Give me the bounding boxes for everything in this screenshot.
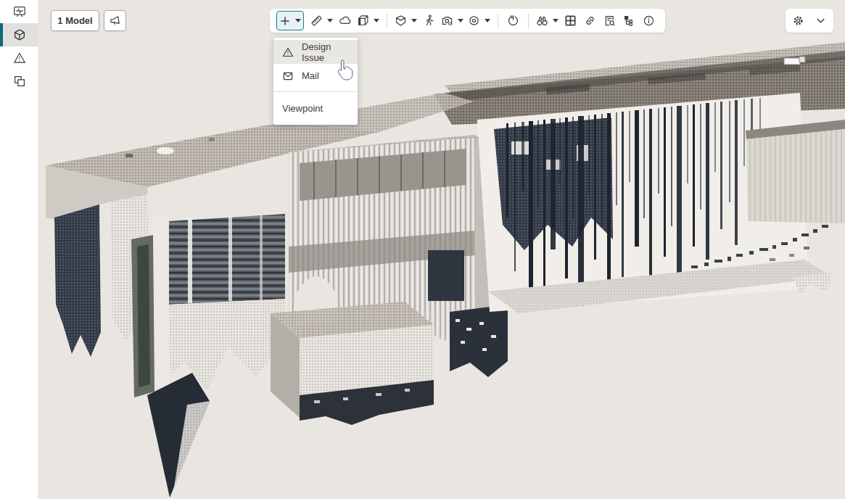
hierarchy-icon: [623, 15, 635, 27]
toolbar-divider: [498, 14, 498, 28]
markup-cloud-button[interactable]: [335, 11, 355, 30]
reset-view-button[interactable]: [503, 11, 523, 30]
model-count-label: 1 Model: [57, 15, 92, 26]
menu-item-design-issue[interactable]: Design Issue: [273, 40, 358, 64]
settings-button[interactable]: [788, 11, 808, 30]
mail-icon: [282, 70, 294, 82]
add-button[interactable]: [276, 11, 304, 30]
caret-down-icon: [411, 19, 417, 22]
ruler-icon: [310, 15, 323, 27]
caret-down-icon: [374, 19, 379, 22]
caret-down-icon: [553, 19, 558, 22]
reset-view-icon: [507, 15, 519, 27]
viewport-3d-canvas[interactable]: [38, 0, 845, 499]
sidebar-item-compare[interactable]: [0, 70, 38, 93]
caret-down-icon: [485, 19, 490, 22]
walking-person-icon: [423, 15, 435, 27]
camera-gear-icon: [441, 15, 453, 27]
model-viewer-app: 1 Model: [0, 0, 845, 504]
menu-item-label: Design Issue: [302, 41, 350, 63]
menu-item-label: Viewpoint: [282, 103, 323, 114]
walk-button[interactable]: [419, 11, 439, 30]
collapse-toolbar-button[interactable]: [811, 11, 830, 30]
warning-triangle-icon: [13, 51, 26, 65]
hierarchy-button[interactable]: [619, 11, 639, 30]
info-button[interactable]: [639, 11, 659, 30]
gear-icon: [792, 15, 804, 27]
report-button[interactable]: [600, 11, 619, 30]
camera-settings-button[interactable]: [439, 11, 466, 30]
link-button[interactable]: [580, 11, 600, 30]
find-button[interactable]: [534, 11, 561, 30]
grid-view-button[interactable]: [561, 11, 580, 30]
info-icon: [643, 15, 655, 27]
plus-icon: [279, 15, 291, 27]
menu-item-mail[interactable]: Mail: [273, 64, 358, 88]
sidebar-item-models[interactable]: [0, 23, 38, 46]
toolbar-divider: [528, 14, 529, 28]
section-box-icon: [357, 15, 369, 27]
section-button[interactable]: [355, 11, 382, 30]
point-cloud-building: [38, 0, 845, 499]
cloud-icon: [339, 15, 351, 27]
toolbar-divider: [387, 14, 387, 28]
document-search-icon: [603, 15, 616, 27]
measure-button[interactable]: [308, 11, 335, 30]
sidebar-item-viewer[interactable]: [0, 0, 38, 23]
overlap-squares-icon: [13, 75, 26, 88]
left-sidebar: [0, 0, 38, 499]
caret-down-icon: [458, 19, 463, 22]
model-count-button[interactable]: 1 Model: [51, 10, 99, 31]
caret-down-icon: [327, 19, 333, 22]
warning-triangle-icon: [282, 46, 294, 58]
eye-icon: [468, 15, 480, 27]
screen-activity-icon: [13, 5, 26, 18]
model-display-button[interactable]: [392, 11, 419, 30]
menu-divider: [273, 91, 358, 92]
megaphone-icon: [108, 14, 122, 28]
box-outline-icon: [395, 15, 407, 27]
link-icon: [584, 15, 596, 27]
binoculars-icon: [536, 15, 548, 27]
cube-3d-icon: [13, 28, 26, 41]
add-dropdown-menu: Design Issue Mail Viewpoint: [273, 38, 358, 125]
visibility-button[interactable]: [466, 11, 492, 30]
main-toolbar: [270, 9, 665, 33]
announcements-button[interactable]: [104, 10, 126, 31]
bottom-strip: [0, 499, 845, 504]
sidebar-item-issues[interactable]: [0, 46, 38, 70]
caret-down-icon: [295, 19, 301, 22]
menu-item-viewpoint[interactable]: Viewpoint: [273, 95, 358, 122]
grid-view-icon: [564, 15, 577, 27]
settings-group: [786, 9, 833, 33]
menu-item-label: Mail: [302, 70, 319, 81]
chevron-down-icon: [815, 15, 826, 26]
